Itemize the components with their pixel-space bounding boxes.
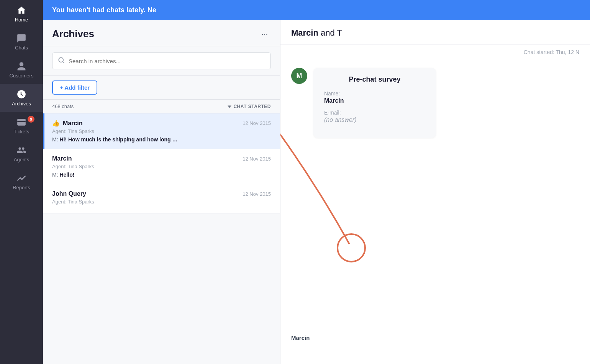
chats-meta: 468 chats CHAT STARTED (43, 100, 280, 113)
sidebar-item-label: Reports (13, 185, 30, 190)
chat-item-header: Marcin 12 Nov 2015 (52, 155, 271, 162)
survey-area: M Pre-chat survey Name: Marcin E-mail: (… (280, 60, 590, 146)
chat-list: 👍 Marcin 12 Nov 2015 Agent: Tina Sparks … (43, 113, 280, 364)
survey-name-value: Marcin (324, 97, 425, 104)
sidebar-item-label: Tickets (14, 129, 30, 134)
sidebar-item-label: Agents (14, 157, 29, 162)
survey-card: Pre-chat survey Name: Marcin E-mail: (no… (313, 68, 436, 138)
search-box (52, 52, 271, 69)
chat-item-header: 👍 Marcin 12 Nov 2015 (52, 120, 271, 127)
sort-icon (227, 104, 232, 109)
survey-title: Pre-chat survey (324, 75, 425, 84)
conversation-name: Marcin (291, 28, 318, 38)
sidebar-item-label: Home (15, 17, 28, 23)
thumbs-up-icon: 👍 (52, 120, 60, 127)
archives-title: Archives (52, 28, 94, 40)
chat-item[interactable]: John Query 12 Nov 2015 Agent: Tina Spark… (43, 184, 280, 213)
sidebar-item-label: Chats (15, 45, 28, 51)
agents-icon (16, 145, 26, 155)
chat-agent: Agent: Tina Sparks (52, 164, 271, 169)
survey-name-field: Name: Marcin (324, 90, 425, 104)
chat-bottom-name: Marcin (291, 334, 310, 341)
chat-started-info: Chat started: Thu, 12 N (280, 44, 590, 60)
chat-agent: Agent: Tina Sparks (52, 199, 271, 205)
home-icon (16, 5, 26, 15)
sidebar-item-chats[interactable]: Chats (0, 28, 43, 56)
more-options-button[interactable]: ··· (258, 28, 271, 40)
right-panel: Marcin and T Chat started: Thu, 12 N M P… (280, 20, 590, 364)
survey-email-value: (no answer) (324, 116, 425, 123)
archives-icon (16, 89, 26, 99)
reports-icon (16, 173, 26, 183)
sidebar-item-home[interactable]: Home (0, 0, 43, 28)
search-icon (58, 57, 65, 65)
add-filter-button[interactable]: + Add filter (52, 80, 97, 95)
survey-email-field: E-mail: (no answer) (324, 110, 425, 123)
svg-line-4 (62, 61, 64, 62)
archives-header: Archives ··· (43, 20, 280, 46)
chat-date: 12 Nov 2015 (243, 156, 271, 162)
survey-name-label: Name: (324, 90, 425, 97)
chat-icon (16, 33, 26, 43)
sidebar-item-customers[interactable]: Customers (0, 56, 43, 84)
sidebar-item-agents[interactable]: Agents (0, 140, 43, 168)
chats-count: 468 chats (52, 103, 74, 109)
sidebar: Home Chats Customers Archives 9 Tickets … (0, 0, 43, 364)
chat-preview: M: Hello! (52, 172, 271, 178)
banner-text: You haven't had chats lately. Ne (52, 6, 156, 14)
sidebar-item-tickets[interactable]: 9 Tickets (0, 112, 43, 140)
search-input[interactable] (69, 58, 265, 64)
sort-by-chat-started-button[interactable]: CHAT STARTED (227, 104, 271, 109)
preview-sender: M: (52, 136, 58, 143)
top-banner: You haven't had chats lately. Ne (43, 0, 590, 20)
content-area: Archives ··· + Add filter 468 chats (43, 20, 590, 364)
search-container (43, 46, 280, 76)
customers-icon (16, 61, 26, 71)
sidebar-item-archives[interactable]: Archives (0, 84, 43, 112)
survey-email-label: E-mail: (324, 110, 425, 116)
tickets-icon (16, 117, 26, 127)
user-avatar: M (291, 68, 307, 84)
chat-agent: Agent: Tina Sparks (52, 128, 271, 134)
tickets-badge: 9 (28, 116, 34, 123)
sidebar-item-label: Customers (10, 73, 34, 79)
preview-text: Hi! How much is the shipping and how lon… (59, 136, 177, 143)
chat-date: 12 Nov 2015 (243, 120, 271, 126)
chat-name: Marcin (52, 155, 72, 162)
preview-text: Hello! (59, 172, 74, 178)
chat-item[interactable]: 👍 Marcin 12 Nov 2015 Agent: Tina Sparks … (43, 113, 280, 149)
chat-preview: M: Hi! How much is the shipping and how … (52, 136, 271, 143)
main-content: You haven't had chats lately. Ne Archive… (43, 0, 590, 364)
chat-item[interactable]: Marcin 12 Nov 2015 Agent: Tina Sparks M:… (43, 149, 280, 184)
svg-rect-1 (17, 119, 26, 125)
chat-date: 12 Nov 2015 (243, 191, 271, 197)
sort-label: CHAT STARTED (233, 104, 271, 109)
sidebar-item-label: Archives (12, 101, 31, 107)
svg-point-8 (338, 234, 365, 262)
preview-sender: M: (52, 172, 58, 178)
chat-started-text: Chat started: Thu, 12 N (524, 49, 579, 55)
chat-name: John Query (52, 190, 86, 197)
right-panel-header: Marcin and T (280, 20, 590, 44)
archives-panel: Archives ··· + Add filter 468 chats (43, 20, 280, 364)
sidebar-item-reports[interactable]: Reports (0, 168, 43, 196)
filter-container: + Add filter (43, 76, 280, 100)
chat-name: 👍 Marcin (52, 120, 83, 127)
chat-item-header: John Query 12 Nov 2015 (52, 190, 271, 197)
svg-marker-5 (228, 105, 232, 108)
